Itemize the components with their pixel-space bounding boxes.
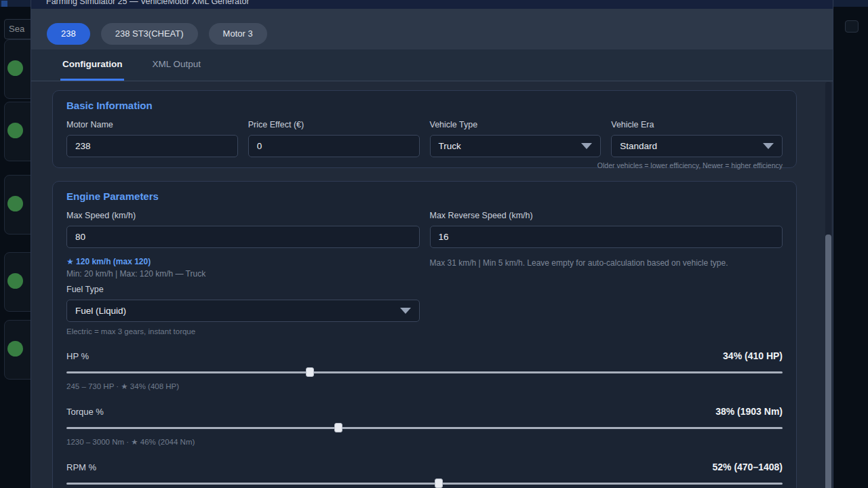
hp-percent-label: HP % bbox=[66, 351, 89, 361]
torque-percent-note: 1230 – 3000 Nm · ★ 46% (2044 Nm) bbox=[66, 437, 783, 447]
vehicle-era-label: Vehicle Era bbox=[611, 120, 783, 129]
fuel-type-value: Fuel (Liquid) bbox=[75, 306, 126, 316]
motor-name-field: Motor Name bbox=[66, 120, 238, 157]
max-reverse-speed-label: Max Reverse Speed (km/h) bbox=[430, 211, 783, 220]
max-reverse-speed-note: Max 31 km/h | Min 5 km/h. Leave empty fo… bbox=[430, 258, 783, 268]
vehicle-type-select[interactable]: Truck bbox=[430, 135, 601, 157]
rpm-percent-slider[interactable] bbox=[66, 479, 783, 488]
basic-information-heading: Basic Information bbox=[66, 100, 783, 111]
motor-name-input[interactable] bbox=[66, 135, 238, 157]
torque-percent-value: 38% (1903 Nm) bbox=[715, 406, 783, 417]
motor-tab-bar: 238 238 ST3(CHEAT) Motor 3 bbox=[31, 9, 833, 49]
chevron-down-icon bbox=[581, 143, 592, 149]
max-speed-recommended-note: ★ 120 km/h (max 120) bbox=[66, 257, 420, 266]
motor-tab-238[interactable]: 238 bbox=[47, 23, 90, 45]
tab-xml-output[interactable]: XML Output bbox=[150, 49, 203, 81]
hp-percent-slider[interactable] bbox=[66, 367, 783, 377]
rpm-percent-slider-block: RPM % 52% (470–1408) 550 – 3200 RPM · ★ … bbox=[66, 462, 783, 488]
motor-tab-238-st3-cheat[interactable]: 238 ST3(CHEAT) bbox=[101, 23, 198, 45]
price-effect-label: Price Effect (€) bbox=[248, 120, 420, 129]
tab-configuration[interactable]: Configuration bbox=[60, 49, 124, 81]
torque-percent-slider[interactable] bbox=[66, 423, 783, 432]
slider-track[interactable] bbox=[66, 371, 783, 373]
vehicle-era-value: Standard bbox=[620, 141, 657, 151]
torque-percent-label: Torque % bbox=[66, 407, 104, 417]
hp-percent-slider-block: HP % 34% (410 HP) 245 – 730 HP · ★ 34% (… bbox=[66, 350, 783, 391]
max-speed-field: Max Speed (km/h) ★ 120 km/h (max 120) Mi… bbox=[66, 211, 420, 279]
view-tab-bar: Configuration XML Output bbox=[31, 49, 833, 81]
chevron-down-icon bbox=[763, 143, 774, 149]
fuel-type-label: Fuel Type bbox=[66, 285, 783, 294]
engine-parameters-section: Engine Parameters Max Speed (km/h) ★ 120… bbox=[52, 181, 797, 488]
max-speed-limits-note: Min: 20 km/h | Max: 120 km/h — Truck bbox=[66, 269, 420, 279]
vehiclemotor-generator-modal: Farming Simulator 25 — VehicleMotor XML … bbox=[31, 0, 833, 488]
vehicle-era-field: Vehicle Era Standard bbox=[611, 120, 783, 157]
hp-percent-value: 34% (410 HP) bbox=[723, 350, 783, 361]
max-speed-label: Max Speed (km/h) bbox=[66, 211, 420, 220]
slider-thumb[interactable] bbox=[334, 423, 342, 432]
motor-tab-motor-3[interactable]: Motor 3 bbox=[209, 23, 267, 45]
motor-name-label: Motor Name bbox=[66, 120, 238, 129]
modal-scrollbar[interactable] bbox=[825, 82, 831, 488]
max-speed-input[interactable] bbox=[66, 226, 420, 248]
modal-content: Basic Information Motor Name Price Effec… bbox=[31, 81, 825, 488]
rpm-percent-value: 52% (470–1408) bbox=[712, 462, 783, 472]
price-effect-input[interactable] bbox=[248, 135, 420, 157]
vehicle-type-field: Vehicle Type Truck bbox=[430, 120, 601, 157]
price-effect-field: Price Effect (€) bbox=[248, 120, 420, 157]
rpm-percent-label: RPM % bbox=[66, 462, 96, 472]
fuel-type-select[interactable]: Fuel (Liquid) bbox=[66, 300, 420, 322]
slider-thumb[interactable] bbox=[306, 367, 314, 377]
engine-parameters-heading: Engine Parameters bbox=[66, 190, 783, 202]
fuel-type-hint: Electric = max 3 gears, instant torque bbox=[66, 327, 783, 336]
slider-track[interactable] bbox=[66, 483, 783, 485]
torque-percent-slider-block: Torque % 38% (1903 Nm) 1230 – 3000 Nm · … bbox=[66, 406, 783, 447]
basic-information-section: Basic Information Motor Name Price Effec… bbox=[52, 90, 797, 168]
scrollbar-thumb[interactable] bbox=[825, 235, 831, 488]
slider-thumb[interactable] bbox=[435, 479, 443, 488]
vehicle-era-hint: Older vehicles = lower efficiency, Newer… bbox=[597, 161, 783, 169]
vehicle-type-label: Vehicle Type bbox=[430, 120, 601, 129]
max-reverse-speed-field: Max Reverse Speed (km/h) Max 31 km/h | M… bbox=[430, 211, 783, 279]
hp-percent-note: 245 – 730 HP · ★ 34% (408 HP) bbox=[66, 382, 783, 391]
max-reverse-speed-input[interactable] bbox=[430, 226, 783, 248]
vehicle-type-value: Truck bbox=[439, 141, 461, 151]
chevron-down-icon bbox=[400, 308, 411, 314]
vehicle-era-select[interactable]: Standard bbox=[611, 135, 783, 157]
slider-track[interactable] bbox=[66, 427, 783, 429]
modal-title: Farming Simulator 25 — VehicleMotor XML … bbox=[31, 0, 833, 9]
